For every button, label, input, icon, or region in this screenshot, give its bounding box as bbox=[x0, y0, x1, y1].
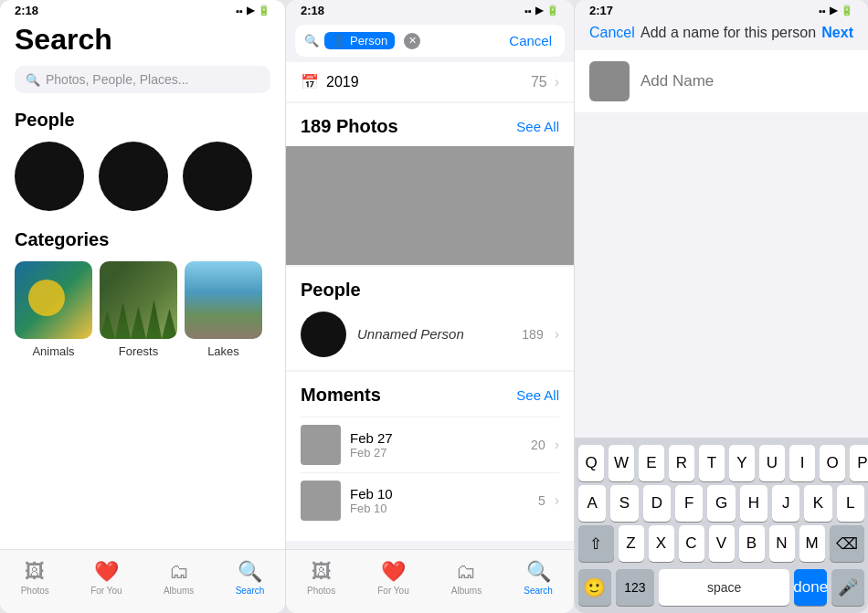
search-bar[interactable]: 🔍 Photos, People, Places... bbox=[15, 66, 270, 93]
tab-photos-icon: 🖼 bbox=[25, 560, 45, 584]
key-t[interactable]: T bbox=[699, 445, 725, 481]
tab-photos-1[interactable]: 🖼 Photos bbox=[21, 560, 49, 596]
nav-next-button[interactable]: Next bbox=[821, 25, 853, 41]
nav-cancel-button[interactable]: Cancel bbox=[589, 25, 635, 41]
key-o[interactable]: O bbox=[820, 445, 845, 481]
key-c[interactable]: C bbox=[679, 525, 704, 562]
tab-foryou-2[interactable]: ❤️ For You bbox=[377, 560, 408, 596]
moment-row-2[interactable]: Feb 10 Feb 10 5 › bbox=[301, 472, 559, 528]
key-r[interactable]: R bbox=[669, 445, 694, 481]
photos-count: 189 Photos bbox=[301, 116, 398, 137]
key-space[interactable]: space bbox=[659, 569, 789, 606]
tab-albums-2[interactable]: 🗂 Albums bbox=[451, 560, 482, 596]
moments-see-all[interactable]: See All bbox=[516, 387, 559, 403]
key-mic[interactable]: 🎤 bbox=[831, 569, 864, 606]
key-z[interactable]: Z bbox=[619, 525, 644, 562]
key-s[interactable]: S bbox=[610, 485, 638, 522]
key-q[interactable]: Q bbox=[578, 445, 604, 481]
key-h[interactable]: H bbox=[740, 485, 767, 522]
key-w[interactable]: W bbox=[609, 445, 634, 481]
person-circle-1[interactable] bbox=[15, 142, 84, 211]
person-photo-count: 189 bbox=[522, 327, 543, 342]
key-j[interactable]: J bbox=[772, 485, 799, 522]
key-shift[interactable]: ⇧ bbox=[578, 525, 614, 562]
key-y[interactable]: Y bbox=[729, 445, 755, 481]
key-a[interactable]: A bbox=[578, 485, 606, 522]
person-tag: 👤 Person bbox=[324, 32, 395, 49]
tab-albums-1[interactable]: 🗂 Albums bbox=[164, 560, 194, 596]
moment-subdate-2: Feb 10 bbox=[350, 502, 529, 515]
tab-albums-label-2: Albums bbox=[451, 586, 482, 596]
moment-chevron-2: › bbox=[555, 492, 559, 509]
category-label-lakes: Lakes bbox=[207, 344, 239, 358]
person-circle-2[interactable] bbox=[99, 142, 168, 211]
key-emoji[interactable]: 🙂 bbox=[578, 569, 611, 606]
time-1: 2:18 bbox=[15, 4, 38, 17]
person-info: Unnamed Person bbox=[357, 326, 511, 343]
person-circle-3[interactable] bbox=[183, 142, 252, 211]
unnamed-person-thumb bbox=[301, 312, 346, 357]
photos-see-all[interactable]: See All bbox=[516, 119, 559, 134]
moment-date-1: Feb 27 bbox=[350, 430, 522, 446]
cancel-button-2[interactable]: Cancel bbox=[509, 33, 556, 48]
status-bar-2: 2:18 ▪▪▶🔋 bbox=[286, 0, 574, 19]
photos-section: 189 Photos See All bbox=[286, 103, 574, 265]
people-title-2: People bbox=[301, 280, 559, 301]
tab-foryou-icon-2: ❤️ bbox=[381, 560, 406, 584]
screen2-scroll: 189 Photos See All People Unnamed Person… bbox=[286, 103, 574, 549]
key-x[interactable]: X bbox=[649, 525, 674, 562]
photos-header: 189 Photos See All bbox=[286, 103, 574, 146]
keyboard-row-1: Q W E R T Y U I O P bbox=[575, 438, 868, 485]
categories-section: Categories Animals Forests Lakes bbox=[15, 229, 270, 358]
moment-thumb-2 bbox=[301, 481, 341, 521]
keyboard: Q W E R T Y U I O P A S D F G H J K L ⇧ … bbox=[575, 438, 868, 613]
tab-photos-2[interactable]: 🖼 Photos bbox=[307, 560, 335, 596]
key-l[interactable]: L bbox=[837, 485, 864, 522]
screen-person-search: 2:18 ▪▪▶🔋 🔍 👤 Person ✕ Cancel 📅 2019 75 … bbox=[285, 0, 574, 613]
key-b[interactable]: B bbox=[739, 525, 765, 562]
key-n[interactable]: N bbox=[769, 525, 795, 562]
key-m[interactable]: M bbox=[799, 525, 825, 562]
year-count: 75 bbox=[531, 74, 547, 90]
name-input-field[interactable] bbox=[640, 72, 853, 90]
key-u[interactable]: U bbox=[759, 445, 785, 481]
status-icons-1: ▪▪▶🔋 bbox=[236, 5, 270, 16]
screen-search: 2:18 ▪▪▶🔋 Search 🔍 Photos, People, Place… bbox=[0, 0, 285, 613]
key-i[interactable]: I bbox=[789, 445, 815, 481]
keyboard-row-3: ⇧ Z X C V B N M ⌫ bbox=[575, 525, 868, 565]
key-delete[interactable]: ⌫ bbox=[830, 525, 865, 562]
key-f[interactable]: F bbox=[675, 485, 703, 522]
add-name-nav: Cancel Add a name for this person Next bbox=[575, 19, 868, 50]
time-2: 2:18 bbox=[301, 4, 324, 17]
tab-search-label-2: Search bbox=[524, 586, 553, 596]
year-row[interactable]: 📅 2019 75 › bbox=[286, 62, 574, 101]
tab-search-1[interactable]: 🔍 Search bbox=[236, 560, 265, 596]
category-animals[interactable]: Animals bbox=[15, 261, 92, 358]
key-done[interactable]: done bbox=[794, 569, 827, 606]
key-p[interactable]: P bbox=[850, 445, 868, 481]
status-icons-2: ▪▪▶🔋 bbox=[524, 5, 559, 16]
search-placeholder: Photos, People, Places... bbox=[46, 72, 188, 87]
forests-decoration bbox=[100, 292, 177, 339]
category-forests[interactable]: Forests bbox=[100, 261, 177, 358]
tab-foryou-label-2: For You bbox=[377, 586, 408, 596]
key-v[interactable]: V bbox=[709, 525, 735, 562]
key-d[interactable]: D bbox=[643, 485, 671, 522]
screen2-search-bar[interactable]: 🔍 👤 Person ✕ Cancel bbox=[295, 25, 565, 57]
moment-info-1: Feb 27 Feb 27 bbox=[350, 430, 522, 460]
categories-title: Categories bbox=[15, 229, 270, 250]
category-thumb-lakes bbox=[185, 261, 262, 339]
person-row[interactable]: Unnamed Person 189 › bbox=[301, 312, 559, 357]
tab-foryou-icon: ❤️ bbox=[94, 560, 119, 584]
tab-foryou-1[interactable]: ❤️ For You bbox=[90, 560, 122, 596]
key-k[interactable]: K bbox=[804, 485, 831, 522]
tab-search-2[interactable]: 🔍 Search bbox=[524, 560, 553, 596]
key-123[interactable]: 123 bbox=[616, 569, 654, 606]
status-bar-3: 2:17 ▪▪▶🔋 bbox=[575, 0, 868, 19]
key-e[interactable]: E bbox=[639, 445, 664, 481]
category-lakes[interactable]: Lakes bbox=[185, 261, 262, 358]
key-g[interactable]: G bbox=[707, 485, 735, 522]
moment-row-1[interactable]: Feb 27 Feb 27 20 › bbox=[301, 417, 559, 472]
tab-bar-2: 🖼 Photos ❤️ For You 🗂 Albums 🔍 Search bbox=[286, 549, 574, 613]
clear-button[interactable]: ✕ bbox=[404, 33, 420, 49]
